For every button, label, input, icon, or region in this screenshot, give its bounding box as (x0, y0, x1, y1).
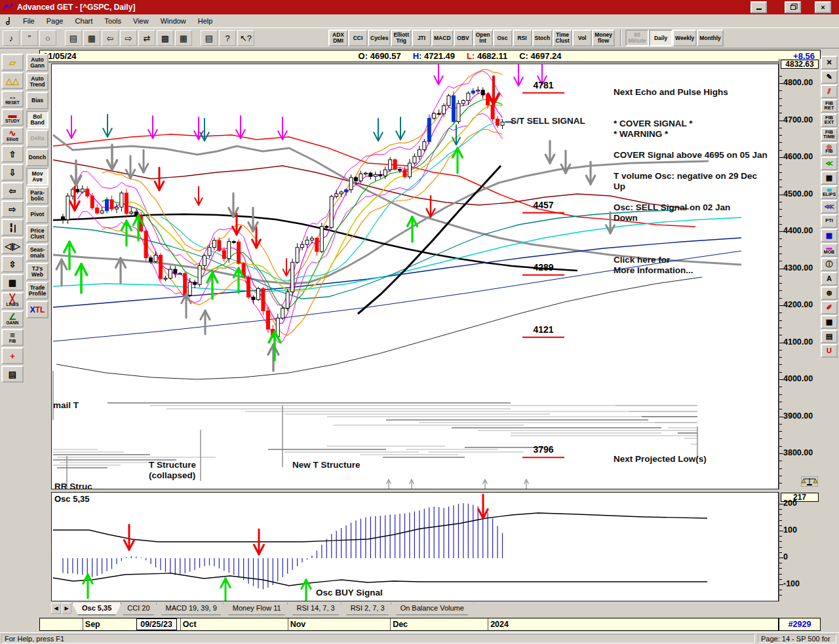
study-price-clust[interactable]: Price Clust (26, 225, 49, 242)
new-page-icon[interactable]: ▤ (65, 30, 82, 46)
gann-icon[interactable]: ∠GANN (1, 311, 24, 328)
magnet-u-button[interactable]: U (821, 344, 838, 358)
price-chart-panel[interactable]: 47814457428941213796S/T SELL SIGNALNext … (51, 64, 779, 489)
chart-annotation[interactable]: Click here for (614, 255, 671, 265)
tab-money-flow-11[interactable]: Money Flow 11 (223, 603, 291, 615)
next-chart-icon[interactable]: ⇨ (120, 30, 137, 46)
tab-osc-5-35[interactable]: Osc 5,35 (72, 603, 121, 615)
study-bias[interactable]: Bias (26, 92, 49, 109)
study-para--bolic[interactable]: Para- bolic (26, 187, 49, 204)
study-pivot[interactable]: Pivot (26, 206, 49, 223)
fib-circle-icon[interactable]: ◎FIB (821, 142, 838, 156)
menu-tools[interactable]: Tools (98, 16, 127, 26)
scroll-down-icon[interactable]: ⇩ (1, 164, 24, 181)
compress-bars-icon[interactable]: ◁|▷ (1, 237, 24, 254)
indicator-osc[interactable]: Osc (493, 29, 513, 47)
indicator-cci[interactable]: CCI (348, 29, 368, 47)
indicator-obv[interactable]: OBV (454, 29, 473, 47)
tab-scroll-left-button[interactable]: ◀ (51, 603, 61, 614)
crosshair-icon[interactable]: + (1, 347, 24, 364)
oscillator-axis[interactable]: 217 2001000-100 (779, 492, 821, 601)
tab-rsi-2-7-3[interactable]: RSI 2, 7, 3 (341, 603, 395, 615)
save-icon[interactable]: ▦ (83, 30, 100, 46)
notes-icon[interactable]: ▤ (821, 330, 838, 343)
delete-chart-icon[interactable]: ▩ (157, 30, 174, 46)
study-donch[interactable]: Donch (26, 149, 49, 166)
study-trade-profile[interactable]: Trade Profile (26, 282, 49, 299)
oscillator-chart[interactable]: Osc 5,35Osc BUY Signal (52, 493, 778, 601)
indicator-stoch[interactable]: Stoch (532, 29, 553, 47)
tab-macd-19-39-9[interactable]: MACD 19, 39, 9 (156, 603, 227, 615)
lines-icon[interactable]: ╳LINES (1, 292, 24, 309)
study-bol-band[interactable]: Bol Band (26, 111, 49, 128)
tab-rsi-14-7-3[interactable]: RSI 14, 7, 3 (287, 603, 345, 615)
indicator-open-int[interactable]: Open Int (473, 29, 493, 47)
print-icon[interactable]: ▤ (201, 30, 218, 46)
tab-on-balance-volume[interactable]: On Balance Volume (391, 603, 474, 615)
indicator-jti[interactable]: JTI (412, 29, 431, 47)
study-tj-s-web[interactable]: TJ's Web (26, 263, 49, 280)
indicator-vol[interactable]: Vol (572, 29, 592, 47)
properties-icon[interactable]: ▤ (1, 366, 24, 383)
chart-annotation[interactable]: More Information... (614, 265, 693, 275)
menu-help[interactable]: Help (192, 16, 219, 26)
timeframe-daily[interactable]: Daily (649, 29, 673, 47)
expand-bars-icon[interactable]: ╏| (1, 219, 24, 236)
wave-marker-icon[interactable]: ⋘ (821, 200, 838, 214)
fib-time-button[interactable]: FIB TIME (821, 128, 838, 142)
minimize-button[interactable] (751, 1, 767, 13)
open-chart-icon[interactable]: ▱ (1, 54, 24, 71)
indicator-time-clust[interactable]: Time Clust (553, 29, 572, 47)
date-axis[interactable]: SepOctNovDec202409/25/23 (39, 618, 779, 631)
split-icon[interactable]: ⇳ (1, 256, 24, 273)
fib-icon[interactable]: ≡FIB (1, 329, 24, 346)
indicator-elliott-trig[interactable]: Elliott Trig (391, 29, 412, 47)
context-help-icon[interactable]: ↖? (237, 30, 254, 46)
close-button[interactable]: × (815, 1, 831, 13)
scroll-left-icon[interactable]: ⇦ (1, 182, 24, 199)
indicator-money-flow[interactable]: Money flow (592, 29, 615, 47)
study-mov-ave[interactable]: Mov Ave (26, 168, 49, 185)
child-window-icon[interactable] (5, 16, 14, 26)
study-icon[interactable]: ▬STUDY (1, 109, 24, 126)
grid-tool-icon[interactable]: ▦ (821, 171, 838, 185)
info-zoom-icon[interactable]: ⓘ (821, 257, 838, 271)
scroll-right-icon[interactable]: ⇨ (1, 200, 24, 218)
pin-icon[interactable]: ♪ (3, 30, 20, 46)
indicator-adx-dmi[interactable]: ADX DMI (328, 29, 348, 47)
quotes-icon[interactable]: ” (21, 30, 38, 46)
trendlines-icon[interactable]: ⫽ (821, 85, 838, 98)
swap-chart-icon[interactable]: ⇄ (138, 30, 155, 46)
close-x-icon[interactable]: ✕ (821, 56, 838, 69)
menu-chart[interactable]: Chart (69, 16, 98, 26)
menu-window[interactable]: Window (155, 16, 192, 26)
text-tool-button[interactable]: A (821, 272, 838, 286)
menu-page[interactable]: Page (41, 16, 69, 26)
fib-extension-button[interactable]: FIB EXT (821, 113, 838, 127)
study-auto-gann[interactable]: Auto Gann (26, 54, 49, 71)
tile-icon[interactable]: ▦ (175, 30, 192, 46)
scroll-up-icon[interactable]: ⇧ (1, 145, 24, 162)
indicator-rsi[interactable]: RSI (513, 29, 532, 47)
checker-icon[interactable]: ▩ (821, 315, 838, 329)
menu-file[interactable]: File (17, 16, 41, 26)
oscillator-panel[interactable]: Osc 5,35Osc BUY Signal (51, 492, 779, 601)
timeframe-monthly[interactable]: Monthly (697, 29, 724, 47)
study-auto-trend[interactable]: Auto Trend (26, 73, 49, 90)
restore-button[interactable] (785, 1, 801, 13)
reset-icon[interactable]: ↔RESET (1, 90, 24, 107)
price-axis[interactable]: 4832.63 4800.004700.004600.004500.004400… (779, 59, 821, 489)
study-xtl[interactable]: XTL (26, 301, 49, 318)
price-chart[interactable]: 47814457428941213796S/T SELL SIGNALNext … (52, 64, 778, 489)
pti-button[interactable]: PTI (821, 214, 838, 228)
elliott-icon[interactable]: ∿Elliott (1, 127, 24, 144)
study-delta[interactable]: Delta (26, 130, 49, 147)
fib-retracement-button[interactable]: FIB RET (821, 99, 838, 113)
group-charts-icon[interactable]: △△ (1, 72, 24, 89)
tab-cci-20[interactable]: CCI 20 (117, 603, 159, 615)
menu-view[interactable]: View (127, 16, 155, 26)
blue-grid-icon[interactable]: ▦ (821, 229, 838, 242)
timeframe-60-minute[interactable]: 60 Minute (625, 29, 649, 47)
indicator-cycles[interactable]: Cycles (368, 29, 391, 47)
boxed-date-label[interactable]: 09/25/23 (136, 618, 177, 630)
